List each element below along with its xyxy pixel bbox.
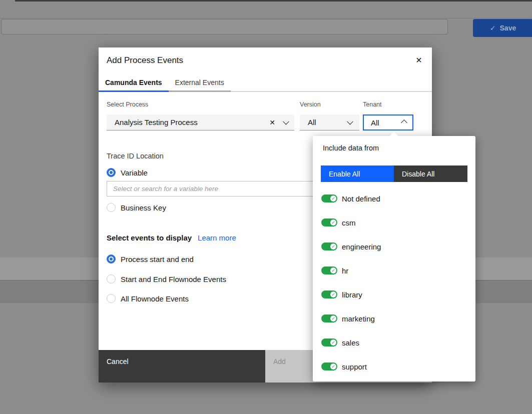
check-icon <box>330 364 336 370</box>
check-icon <box>330 244 336 250</box>
close-icon[interactable]: ✕ <box>412 54 425 66</box>
tenant-item-label: hr <box>342 266 348 275</box>
radio-unchecked-icon[interactable] <box>107 274 116 284</box>
radio-start-end-flownode[interactable]: Start and End Flownode Events <box>107 274 226 284</box>
modal-tabs: Camunda Events External Events <box>99 74 432 92</box>
tenant-select[interactable]: All <box>363 114 413 130</box>
cancel-button[interactable]: Cancel <box>99 350 265 382</box>
radio-all-flownode[interactable]: All Flownode Events <box>107 294 189 303</box>
save-button-label: Save <box>500 24 516 32</box>
radio-checked-icon[interactable] <box>107 254 116 264</box>
radio-business-key-label: Business Key <box>121 204 166 212</box>
check-icon <box>330 220 336 226</box>
header-divider <box>0 18 532 18</box>
tenant-item-library: library <box>321 290 466 298</box>
tenant-popup: Include data from Enable All Disable All… <box>313 136 475 382</box>
radio-process-start-end[interactable]: Process start and end <box>107 254 194 264</box>
check-icon <box>330 292 336 298</box>
tenant-item-label: csm <box>342 218 356 227</box>
popup-actions: Enable All Disable All <box>321 166 468 182</box>
tenant-item-label: sales <box>342 338 359 347</box>
radio-business-key[interactable]: Business Key <box>107 203 166 212</box>
radio-variable-label: Variable <box>121 168 148 177</box>
toggle-on[interactable] <box>321 218 337 226</box>
check-icon <box>330 340 336 346</box>
radio-start-end-flownode-label: Start and End Flownode Events <box>121 275 226 284</box>
toggle-on[interactable] <box>321 338 337 346</box>
version-label: Version <box>300 101 321 108</box>
trace-id-location-label: Trace ID Location <box>107 152 164 160</box>
tenant-item-hr: hr <box>321 266 466 274</box>
disable-all-button[interactable]: Disable All <box>394 166 467 182</box>
chevron-down-icon[interactable] <box>277 120 294 124</box>
check-icon <box>330 316 336 322</box>
toggle-on[interactable] <box>321 362 337 370</box>
select-process-label: Select Process <box>107 101 148 108</box>
tenant-item-not-defined: Not defined <box>321 194 466 202</box>
tenant-item-label: Not defined <box>342 194 380 203</box>
tenant-item-support: support <box>321 362 466 370</box>
radio-process-start-end-label: Process start and end <box>121 255 194 264</box>
version-select[interactable]: All <box>300 114 359 130</box>
tenant-label: Tenant <box>363 101 382 108</box>
tenant-item-marketing: marketing <box>321 314 466 322</box>
toggle-on[interactable] <box>321 290 337 298</box>
save-button[interactable]: ✓ Save <box>473 19 532 37</box>
learn-more-link[interactable]: Learn more <box>198 234 236 242</box>
version-select-value: All <box>308 118 316 126</box>
toggle-on[interactable] <box>321 314 337 322</box>
tenant-item-label: library <box>342 290 362 299</box>
check-icon <box>330 268 336 274</box>
toggle-on[interactable] <box>321 242 337 250</box>
radio-all-flownode-label: All Flownode Events <box>121 294 189 303</box>
tenant-select-value: All <box>371 118 379 127</box>
clear-icon[interactable]: ✕ <box>267 118 277 126</box>
tenant-item-sales: sales <box>321 338 466 346</box>
tenant-item-label: engineering <box>342 242 381 251</box>
tab-strip-filler <box>231 75 432 92</box>
toggle-on[interactable] <box>321 194 337 202</box>
process-name-input[interactable] <box>1 19 448 34</box>
radio-variable[interactable]: Variable <box>107 168 148 177</box>
enable-all-button[interactable]: Enable All <box>321 166 394 182</box>
chevron-up-icon <box>401 120 407 126</box>
process-combobox[interactable]: Analysis Testing Process ✕ <box>107 114 294 130</box>
tenant-item-csm: csm <box>321 218 466 226</box>
tab-camunda-events[interactable]: Camunda Events <box>99 74 169 92</box>
check-icon <box>330 196 336 202</box>
toggle-on[interactable] <box>321 266 337 274</box>
radio-unchecked-icon[interactable] <box>107 203 116 212</box>
modal-title: Add Process Events <box>107 56 183 66</box>
process-combobox-value: Analysis Testing Process <box>107 118 267 126</box>
select-events-heading: Select events to display Learn more <box>107 234 236 242</box>
select-events-label: Select events to display <box>107 234 192 242</box>
tab-external-events[interactable]: External Events <box>169 74 231 92</box>
tenant-item-label: marketing <box>342 314 375 323</box>
tenant-item-engineering: engineering <box>321 242 466 250</box>
tenant-item-label: support <box>342 362 367 371</box>
radio-checked-icon[interactable] <box>107 168 116 177</box>
chevron-down-icon <box>347 118 353 125</box>
popup-title: Include data from <box>323 144 379 152</box>
top-nav-edge <box>15 0 532 2</box>
check-icon: ✓ <box>490 24 496 32</box>
radio-unchecked-icon[interactable] <box>107 294 116 303</box>
